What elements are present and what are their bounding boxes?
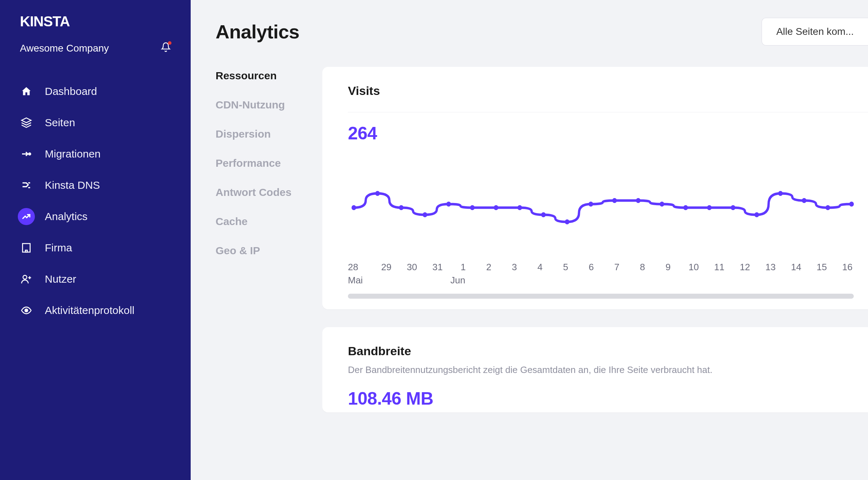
- chart-point[interactable]: [494, 205, 498, 210]
- analytics-subnav: RessourcenCDN-NutzungDispersionPerforman…: [216, 67, 322, 480]
- nav-label: Kinsta DNS: [45, 179, 100, 191]
- chart-point[interactable]: [565, 219, 570, 224]
- xaxis-month-label: Jun: [450, 275, 476, 286]
- xaxis-tick: 5: [553, 262, 578, 273]
- xaxis-tick: 14: [783, 262, 809, 273]
- chart-point[interactable]: [802, 198, 806, 203]
- bandwidth-card: Bandbreite Der Bandbreitennutzungsberich…: [322, 327, 868, 412]
- chart-point[interactable]: [423, 212, 427, 217]
- xaxis-tick: 30: [399, 262, 425, 273]
- xaxis-month-label: [758, 275, 783, 286]
- xaxis-month-label: [425, 275, 450, 286]
- chart-point[interactable]: [351, 205, 356, 210]
- chart-point[interactable]: [707, 205, 712, 210]
- main-content: Analytics Alle Seiten kom... RessourcenC…: [191, 0, 868, 480]
- chart-point[interactable]: [375, 191, 380, 196]
- nav-item-aktivitätenprotokoll[interactable]: Aktivitätenprotokoll: [0, 295, 191, 326]
- xaxis-tick: 17: [860, 262, 868, 273]
- subnav-item-antwort-codes[interactable]: Antwort Codes: [216, 178, 322, 207]
- chart-point[interactable]: [636, 198, 641, 203]
- nav-item-analytics[interactable]: Analytics: [0, 201, 191, 232]
- chart-point[interactable]: [778, 191, 783, 196]
- xaxis-tick: 29: [374, 262, 399, 273]
- xaxis-month-label: [527, 275, 553, 286]
- xaxis-month-label: [374, 275, 399, 286]
- xaxis-tick: 31: [425, 262, 450, 273]
- xaxis-month-label: [604, 275, 630, 286]
- nav-label: Firma: [45, 242, 72, 254]
- xaxis-tick: 28: [348, 262, 374, 273]
- eye-icon: [20, 304, 33, 317]
- nav-label: Migrationen: [45, 148, 101, 160]
- xaxis-tick: 15: [809, 262, 835, 273]
- xaxis-month-label: [655, 275, 681, 286]
- chart-point[interactable]: [446, 202, 451, 207]
- svg-point-2: [29, 153, 31, 155]
- chart-point[interactable]: [826, 205, 830, 210]
- migrate-icon: [20, 148, 33, 160]
- subnav-item-dispersion[interactable]: Dispersion: [216, 119, 322, 149]
- subnav-item-cache[interactable]: Cache: [216, 207, 322, 236]
- xaxis-month-label: [835, 275, 860, 286]
- svg-text:KINSTA: KINSTA: [20, 14, 70, 29]
- svg-point-12: [25, 309, 28, 312]
- nav-label: Analytics: [45, 210, 88, 223]
- xaxis-tick: 11: [706, 262, 732, 273]
- subnav-item-ressourcen[interactable]: Ressourcen: [216, 70, 322, 90]
- layers-icon: [20, 116, 33, 129]
- svg-point-9: [23, 275, 27, 279]
- building-icon: [20, 241, 33, 254]
- xaxis-tick: 16: [835, 262, 860, 273]
- subnav-item-performance[interactable]: Performance: [216, 149, 322, 178]
- chart-point[interactable]: [612, 198, 617, 203]
- chart-line: [354, 193, 852, 222]
- xaxis-month-label: [476, 275, 502, 286]
- nav-label: Aktivitätenprotokoll: [45, 304, 134, 316]
- site-selector-dropdown[interactable]: Alle Seiten kom...: [762, 18, 868, 46]
- user-add-icon: [20, 273, 33, 286]
- chart-point[interactable]: [755, 212, 759, 217]
- nav-item-kinsta-dns[interactable]: Kinsta DNS: [0, 170, 191, 201]
- notification-dot-icon: [168, 41, 171, 45]
- xaxis-tick: 9: [655, 262, 681, 273]
- chart-scrollbar[interactable]: [348, 294, 854, 299]
- xaxis-tick: 6: [578, 262, 604, 273]
- xaxis-tick: 13: [758, 262, 783, 273]
- xaxis-tick: 8: [630, 262, 655, 273]
- nav-item-firma[interactable]: Firma: [0, 232, 191, 263]
- chart-point[interactable]: [731, 205, 735, 210]
- nav-item-dashboard[interactable]: Dashboard: [0, 76, 191, 107]
- dns-icon: [20, 179, 33, 192]
- chart-point[interactable]: [683, 205, 688, 210]
- nav-item-migrationen[interactable]: Migrationen: [0, 138, 191, 170]
- xaxis-tick: 3: [502, 262, 527, 273]
- chart-point[interactable]: [399, 205, 403, 210]
- nav-item-seiten[interactable]: Seiten: [0, 107, 191, 138]
- xaxis-month-label: [681, 275, 706, 286]
- subnav-item-geo-ip[interactable]: Geo & IP: [216, 236, 322, 265]
- chart-point[interactable]: [588, 202, 593, 207]
- nav-label: Nutzer: [45, 273, 76, 285]
- xaxis-month-label: [553, 275, 578, 286]
- home-icon: [20, 85, 33, 98]
- xaxis-month-label: [732, 275, 758, 286]
- xaxis-tick: 10: [681, 262, 706, 273]
- chart-point[interactable]: [518, 205, 522, 210]
- xaxis-month-label: [578, 275, 604, 286]
- visits-value: 264: [348, 123, 868, 144]
- xaxis-month-label: [630, 275, 655, 286]
- org-name[interactable]: Awesome Company: [20, 43, 109, 54]
- divider: [348, 112, 868, 112]
- xaxis-month-label: [706, 275, 732, 286]
- chart-point[interactable]: [541, 212, 546, 217]
- nav-item-nutzer[interactable]: Nutzer: [0, 263, 191, 295]
- chart-point[interactable]: [660, 202, 664, 207]
- subnav-item-cdn-nutzung[interactable]: CDN-Nutzung: [216, 90, 322, 119]
- xaxis-tick: 4: [527, 262, 553, 273]
- chart-point[interactable]: [470, 205, 475, 210]
- bandwidth-desc: Der Bandbreitennutzungsbericht zeigt die…: [348, 364, 868, 375]
- chart-point[interactable]: [849, 202, 854, 207]
- notifications-button[interactable]: [161, 42, 171, 54]
- xaxis-tick: 12: [732, 262, 758, 273]
- xaxis-month-label: Mai: [348, 275, 374, 286]
